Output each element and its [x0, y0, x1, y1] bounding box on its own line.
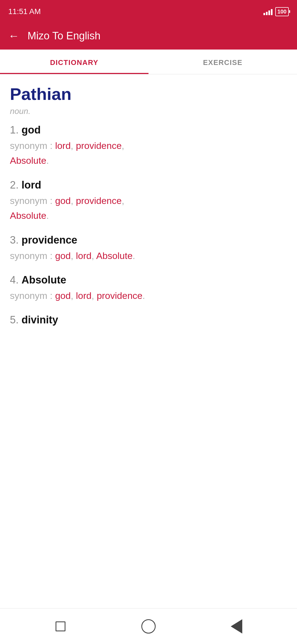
- nav-back-button[interactable]: [228, 618, 245, 635]
- content-area: Pathian noun. 1. god synonym : lord, pro…: [0, 74, 297, 608]
- nav-home-button[interactable]: [140, 618, 157, 635]
- back-button[interactable]: ←: [8, 30, 19, 41]
- synonym-link[interactable]: lord: [55, 140, 71, 151]
- synonym-link[interactable]: Absolute: [96, 250, 133, 261]
- synonym-link[interactable]: god: [55, 290, 71, 301]
- status-bar: 11:51 AM 100: [0, 0, 297, 22]
- def-4-word: Absolute: [21, 274, 66, 286]
- tab-dictionary[interactable]: DICTIONARY: [0, 50, 148, 74]
- synonym-link[interactable]: lord: [76, 250, 92, 261]
- synonym-link[interactable]: god: [55, 250, 71, 261]
- app-bar: ← Mizo To English: [0, 22, 297, 50]
- stop-icon: [56, 621, 65, 631]
- synonym-link[interactable]: Absolute: [10, 210, 46, 221]
- def-3-number: 3.: [10, 234, 19, 246]
- def-5-number: 5.: [10, 314, 19, 326]
- battery-icon: 100: [275, 7, 289, 16]
- def-4-synonyms: synonym : god, lord, providence.: [10, 288, 287, 303]
- definition-5: 5. divinity: [10, 314, 287, 326]
- definition-3: 3. providence synonym : god, lord, Absol…: [10, 234, 287, 263]
- synonym-link[interactable]: providence: [76, 195, 122, 206]
- synonym-link[interactable]: Absolute: [10, 155, 46, 166]
- home-icon: [141, 619, 156, 634]
- status-icons: 100: [263, 7, 289, 16]
- def-2-synonyms: synonym : god, providence,Absolute.: [10, 193, 287, 223]
- synonym-link[interactable]: providence: [76, 140, 122, 151]
- def-4-number: 4.: [10, 274, 19, 286]
- word-type: noun.: [10, 107, 287, 116]
- synonym-link[interactable]: lord: [76, 290, 92, 301]
- tab-exercise[interactable]: EXERCISE: [148, 50, 297, 74]
- tabs-container: DICTIONARY EXERCISE: [0, 50, 297, 74]
- signal-icon: [263, 8, 273, 15]
- definition-2: 2. lord synonym : god, providence,Absolu…: [10, 179, 287, 223]
- definition-1: 1. god synonym : lord, providence,Absolu…: [10, 124, 287, 168]
- def-1-synonyms: synonym : lord, providence,Absolute.: [10, 138, 287, 168]
- back-icon: [231, 619, 242, 634]
- def-1-number: 1.: [10, 124, 19, 136]
- synonym-link[interactable]: god: [55, 195, 71, 206]
- nav-bar: [0, 608, 297, 644]
- app-title: Mizo To English: [28, 30, 100, 42]
- def-2-word: lord: [21, 179, 41, 191]
- def-5-word: divinity: [21, 314, 58, 326]
- nav-stop-button[interactable]: [52, 618, 69, 635]
- def-2-number: 2.: [10, 179, 19, 191]
- status-time: 11:51 AM: [8, 7, 41, 16]
- synonym-link[interactable]: providence: [97, 290, 142, 301]
- def-3-word: providence: [21, 234, 77, 246]
- def-3-synonyms: synonym : god, lord, Absolute.: [10, 248, 287, 263]
- word-title: Pathian: [10, 84, 287, 104]
- definition-4: 4. Absolute synonym : god, lord, provide…: [10, 274, 287, 303]
- def-1-word: god: [21, 124, 41, 136]
